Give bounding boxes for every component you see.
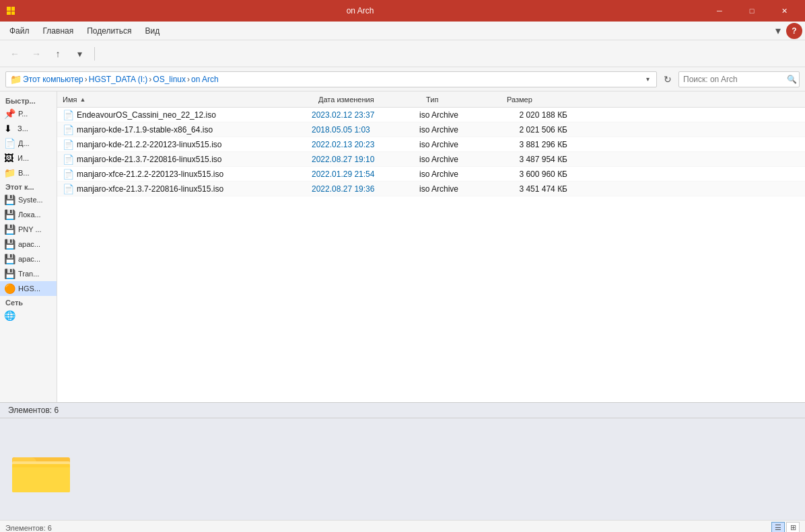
menu-file[interactable]: Файл xyxy=(3,24,36,38)
file-type: iso Archive xyxy=(419,155,500,164)
sidebar-item-apac1[interactable]: 💾 apac... xyxy=(0,237,57,252)
sidebar-item-label: HGS... xyxy=(18,284,40,293)
sidebar-item-trans[interactable]: 💾 Tran... xyxy=(0,266,57,281)
sidebar-item-pny[interactable]: 💾 PNY ... xyxy=(0,222,57,237)
drive-icon: 💾 xyxy=(4,239,15,250)
sidebar-quick-access-header: Быстр... xyxy=(0,94,57,106)
title-bar-icons xyxy=(5,5,16,16)
toolbar: ← → ↑ ▾ xyxy=(0,40,805,67)
table-row[interactable]: 📄 manjaro-xfce-21.2.2-220123-linux515.is… xyxy=(57,167,805,182)
hgst-icon: 🟠 xyxy=(4,283,15,294)
menu-view[interactable]: Вид xyxy=(138,24,166,38)
table-row[interactable]: 📄 manjaro-kde-21.2.2-220123-linux515.iso… xyxy=(57,137,805,152)
file-icon: 📄 xyxy=(63,124,74,135)
sidebar-item-recent[interactable]: 📌 Р... xyxy=(0,106,57,121)
sidebar-item-docs[interactable]: 📄 Д... xyxy=(0,136,57,151)
sidebar-network-header: Сеть xyxy=(0,296,57,308)
breadcrumb-dropdown-icon[interactable]: ▾ xyxy=(643,75,652,83)
minimize-button[interactable]: ─ xyxy=(704,0,735,22)
table-row[interactable]: 📄 manjaro-kde-21.3.7-220816-linux515.iso… xyxy=(57,152,805,167)
recent-icon: 📌 xyxy=(4,108,15,119)
view-buttons[interactable]: ☰ ⊞ xyxy=(771,522,800,533)
breadcrumb-arch[interactable]: on Arch xyxy=(191,75,219,84)
help-button[interactable]: ? xyxy=(786,23,802,39)
sidebar-item-label: В... xyxy=(18,169,30,177)
menu-home[interactable]: Главная xyxy=(36,24,81,38)
drive-icon: 💾 xyxy=(4,254,15,264)
file-type: iso Archive xyxy=(419,140,500,149)
breadcrumb[interactable]: 📁 Этот компьютер › HGST_DATA (I:) › OS_l… xyxy=(5,71,657,87)
sidebar-item-images[interactable]: 🖼 И... xyxy=(0,151,57,165)
search-box[interactable]: 🔍 xyxy=(678,71,800,87)
images-icon: 🖼 xyxy=(4,153,15,163)
main-layout: Быстр... 📌 Р... ⬇ З... 📄 Д... 🖼 И... 📁 В… xyxy=(0,91,805,402)
videos-icon: 📁 xyxy=(4,167,15,178)
file-size: 3 487 954 КБ xyxy=(500,155,567,164)
sidebar-item-local[interactable]: 💾 Лока... xyxy=(0,207,57,222)
col-header-name[interactable]: Имя ▲ xyxy=(63,96,318,104)
menu-share[interactable]: Поделиться xyxy=(80,24,138,38)
sidebar-item-label: apac... xyxy=(18,240,40,248)
drive-icon: 💾 xyxy=(4,268,15,279)
sidebar-item-network[interactable]: 🌐 xyxy=(0,308,57,323)
file-type: iso Archive xyxy=(419,125,500,135)
sidebar-item-label: Д... xyxy=(18,139,30,147)
col-header-date[interactable]: Дата изменения xyxy=(318,96,426,104)
toolbar-separator xyxy=(94,47,95,61)
drive-icon: 💾 xyxy=(4,194,15,205)
recent-button[interactable]: ▾ xyxy=(70,44,89,63)
forward-button[interactable]: → xyxy=(27,44,46,63)
breadcrumb-folder-icon: 📁 xyxy=(10,74,22,85)
sidebar-item-label: Syste... xyxy=(18,196,43,204)
sidebar-item-label: apac... xyxy=(18,255,40,263)
back-button[interactable]: ← xyxy=(5,44,24,63)
sidebar-item-apac2[interactable]: 💾 apac... xyxy=(0,252,57,266)
up-button[interactable]: ↑ xyxy=(48,44,67,63)
bottom-preview: Элементов: 6 xyxy=(0,402,805,520)
sidebar-item-label: Tran... xyxy=(18,270,39,278)
col-header-type[interactable]: Тип xyxy=(426,96,507,104)
svg-rect-1 xyxy=(7,11,11,15)
breadcrumb-drive[interactable]: HGST_DATA (I:) xyxy=(89,75,148,84)
bottom-count: Элементов: 6 xyxy=(0,403,805,418)
file-area: Имя ▲ Дата изменения Тип Размер 📄 Endeav… xyxy=(57,91,805,402)
table-row[interactable]: 📄 manjaro-kde-17.1.9-stable-x86_64.iso 2… xyxy=(57,122,805,137)
svg-rect-2 xyxy=(11,7,15,11)
svg-rect-0 xyxy=(7,7,11,11)
breadcrumb-linux[interactable]: OS_linux xyxy=(153,75,186,84)
table-row[interactable]: 📄 manjaro-xfce-21.3.7-220816-linux515.is… xyxy=(57,182,805,196)
table-row[interactable]: 📄 EndeavourOS_Cassini_neo_22_12.iso 2023… xyxy=(57,108,805,122)
title-bar: on Arch ─ □ ✕ xyxy=(0,0,805,22)
sidebar-item-hgst[interactable]: 🟠 HGS... xyxy=(0,281,57,296)
status-count: Элементов: 6 xyxy=(5,524,52,532)
file-name: 📄 manjaro-kde-17.1.9-stable-x86_64.iso xyxy=(63,124,312,135)
file-date: 2018.05.05 1:03 xyxy=(312,125,419,135)
sidebar-computer-header: Этот к... xyxy=(0,180,57,192)
docs-icon: 📄 xyxy=(4,138,15,149)
file-table-header: Имя ▲ Дата изменения Тип Размер xyxy=(57,91,805,108)
menu-expand-icon[interactable]: ▾ xyxy=(770,24,786,37)
col-header-size[interactable]: Размер xyxy=(507,96,574,104)
refresh-button[interactable]: ↻ xyxy=(660,71,676,87)
file-name: 📄 EndeavourOS_Cassini_neo_22_12.iso xyxy=(63,110,312,120)
maximize-button[interactable]: □ xyxy=(736,0,767,22)
sort-arrow-icon: ▲ xyxy=(79,96,85,103)
sidebar-item-label: Р... xyxy=(18,110,28,118)
drive-icon: 💾 xyxy=(4,209,15,220)
sidebar-item-downloads[interactable]: ⬇ З... xyxy=(0,121,57,136)
view-tiles-button[interactable]: ⊞ xyxy=(786,522,800,533)
sidebar-item-system[interactable]: 💾 Syste... xyxy=(0,192,57,207)
file-size: 3 600 960 КБ xyxy=(500,169,567,179)
view-details-button[interactable]: ☰ xyxy=(771,522,785,533)
file-type: iso Archive xyxy=(419,110,500,120)
drive-icon: 💾 xyxy=(4,224,15,235)
window-title: on Arch xyxy=(16,6,704,15)
window-controls[interactable]: ─ □ ✕ xyxy=(704,0,800,22)
svg-rect-9 xyxy=(12,464,70,467)
sidebar-item-videos[interactable]: 📁 В... xyxy=(0,165,57,180)
menu-bar: Файл Главная Поделиться Вид ▾ ? xyxy=(0,22,805,40)
sidebar-item-label: PNY ... xyxy=(18,225,42,233)
breadcrumb-computer[interactable]: Этот компьютер xyxy=(23,75,83,84)
close-button[interactable]: ✕ xyxy=(769,0,800,22)
search-input[interactable] xyxy=(683,75,784,84)
